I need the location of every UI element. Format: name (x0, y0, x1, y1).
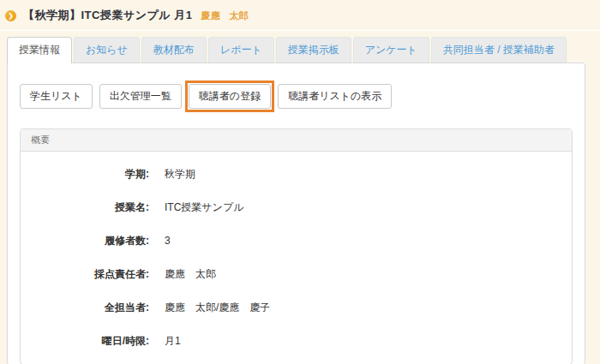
student-list-button[interactable]: 学生リスト (20, 84, 93, 109)
tab-course-info[interactable]: 授業情報 (7, 37, 72, 63)
overview-row-value: 3 (165, 235, 171, 247)
overview-row-value: 月1 (165, 334, 181, 349)
action-button-row: 学生リスト 出欠管理一覧 聴講者の登録 聴講者リストの表示 (8, 63, 585, 109)
tab-course-board[interactable]: 授業掲示板 (276, 37, 351, 63)
page-header: ❯ 【秋学期】ITC授業サンプル 月1 慶應 太郎 (0, 0, 600, 23)
overview-row-day-period: 曜日/時限: 月1 (21, 334, 572, 349)
tab-materials[interactable]: 教材配布 (141, 37, 207, 63)
overview-row-all-instructors: 全担当者: 慶應 太郎/慶應 慶子 (21, 301, 572, 315)
overview-row-label: 授業名: (21, 200, 149, 215)
tab-announcements[interactable]: お知らせ (74, 37, 140, 63)
tab-reports[interactable]: レポート (208, 37, 274, 63)
overview-row-enrolled-count: 履修者数: 3 (21, 234, 572, 248)
show-auditor-list-button[interactable]: 聴講者リストの表示 (278, 84, 392, 109)
user-name-link[interactable]: 慶應 太郎 (201, 9, 249, 22)
highlight-annotation: 聴講者の登録 (185, 81, 274, 112)
overview-row-value: 慶應 太郎/慶應 慶子 (165, 301, 270, 315)
tab-co-instructors[interactable]: 共同担当者 / 授業補助者 (431, 37, 567, 63)
overview-row-label: 採点責任者: (21, 267, 149, 282)
page-title: 【秋学期】ITC授業サンプル 月1 (23, 8, 193, 23)
register-auditors-button[interactable]: 聴講者の登録 (189, 84, 271, 109)
tab-bar: 授業情報 お知らせ 教材配布 レポート 授業掲示板 アンケート 共同担当者 / … (0, 37, 600, 63)
header-separator (0, 30, 600, 31)
overview-row-semester: 学期: 秋学期 (21, 167, 572, 182)
overview-row-course-name: 授業名: ITC授業サンプル (21, 200, 572, 215)
overview-row-label: 全担当者: (21, 301, 149, 315)
overview-row-label: 学期: (21, 167, 149, 182)
overview-row-label: 履修者数: (21, 234, 149, 248)
overview-row-value: ITC授業サンプル (165, 200, 243, 215)
tab-survey[interactable]: アンケート (353, 37, 429, 63)
overview-row-grading-lead: 採点責任者: 慶應 太郎 (21, 267, 572, 282)
content-panel: 学生リスト 出欠管理一覧 聴講者の登録 聴講者リストの表示 概要 学期: 秋学期… (7, 63, 585, 364)
arrow-bullet-icon: ❯ (5, 10, 16, 21)
attendance-list-button[interactable]: 出欠管理一覧 (99, 84, 182, 109)
overview-row-value: 秋学期 (165, 167, 195, 182)
overview-row-label: 曜日/時限: (21, 334, 149, 349)
overview-section-body: 学期: 秋学期 授業名: ITC授業サンプル 履修者数: 3 採点責任者: 慶應… (21, 152, 572, 364)
overview-row-value: 慶應 太郎 (165, 267, 216, 282)
overview-section: 概要 学期: 秋学期 授業名: ITC授業サンプル 履修者数: 3 採点責任者:… (20, 128, 573, 364)
overview-section-title: 概要 (21, 129, 572, 152)
